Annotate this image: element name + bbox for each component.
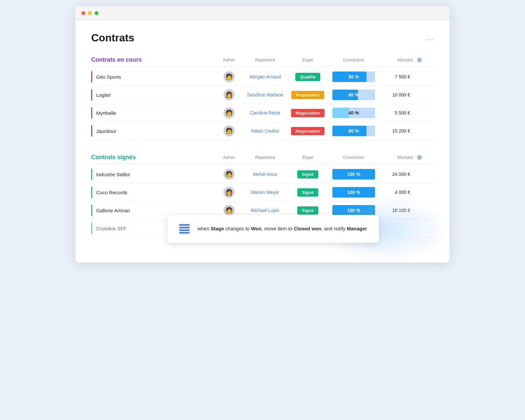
conclusion-cell: 80 % bbox=[327, 126, 380, 136]
etape-badge: Qualifié bbox=[295, 73, 320, 81]
tooltip-closed-won: Closed won bbox=[294, 226, 321, 231]
repertoire-cell[interactable]: Mehdi Atour bbox=[242, 172, 288, 177]
conclusion-cell: 60 % bbox=[327, 90, 380, 100]
progress-bar: 100 % bbox=[332, 205, 375, 216]
icon-line bbox=[179, 224, 190, 226]
col-repertoire-header-s: Répertoire bbox=[242, 155, 288, 160]
col-montant-header: Montant bbox=[380, 57, 413, 62]
table-row: Industrie Saillot 🧑 Mehdi Atour Signé 10… bbox=[91, 165, 434, 183]
avatar: 🧑 bbox=[223, 71, 235, 82]
company-name: Myrthelle bbox=[91, 107, 216, 118]
icon-line bbox=[179, 229, 190, 231]
avatar: 🧑 bbox=[223, 169, 235, 180]
etape-cell: Négociation bbox=[288, 109, 327, 117]
company-name: Gallerie Artman bbox=[91, 205, 216, 216]
etape-cell: Négociation bbox=[288, 127, 327, 135]
progress-bar: 80 % bbox=[332, 126, 375, 136]
repertoire-cell[interactable]: Caroline Petiot bbox=[242, 110, 288, 116]
company-name: Industrie Saillot bbox=[91, 169, 216, 180]
company-name: Logitel bbox=[91, 89, 216, 100]
avatar: 🧑 bbox=[223, 125, 235, 136]
section-signes-title: Contrats signés bbox=[91, 154, 216, 161]
add-signes-button[interactable]: ⊕ bbox=[413, 153, 426, 161]
progress-text: 100 % bbox=[347, 208, 360, 213]
progress-bar: 100 % bbox=[332, 169, 375, 179]
col-etape-header: Étape bbox=[288, 57, 327, 62]
avatar: 🧑 bbox=[223, 205, 235, 216]
etape-cell: Qualifié bbox=[288, 73, 327, 81]
automation-text: when Stage changes to Won, move item to … bbox=[198, 225, 367, 233]
minimize-dot bbox=[88, 11, 92, 15]
admin-cell: 👩 bbox=[216, 89, 242, 100]
etape-badge: Signé bbox=[297, 206, 318, 215]
montant-cell: 10 000 € bbox=[380, 92, 413, 97]
col-montant-header-s: Montant bbox=[380, 155, 413, 160]
col-conclusion-header: Conclusion bbox=[327, 57, 380, 62]
page-header: Contrats ... bbox=[91, 32, 434, 44]
montant-cell: 18 100 € bbox=[380, 208, 413, 213]
automation-tooltip: when Stage changes to Won, move item to … bbox=[167, 215, 379, 243]
montant-cell: 5 500 € bbox=[380, 110, 413, 116]
icon-line bbox=[179, 232, 190, 234]
table-row: Logitel 👩 Sandrine Attelane Proposition … bbox=[91, 86, 434, 104]
etape-badge: Négociation bbox=[291, 127, 325, 135]
conclusion-cell: 100 % bbox=[327, 205, 380, 216]
progress-text: 80 % bbox=[348, 128, 359, 134]
section-en-cours-header: Contrats en cours Admin Répertoire Étape… bbox=[91, 56, 434, 67]
company-name: Jaunitour bbox=[91, 125, 216, 136]
conclusion-cell: 100 % bbox=[327, 187, 380, 198]
automation-icon bbox=[179, 224, 190, 234]
etape-cell: Signé bbox=[288, 170, 327, 178]
progress-text: 60 % bbox=[348, 92, 359, 97]
repertoire-cell[interactable]: Sandrine Attelane bbox=[242, 92, 288, 97]
icon-line bbox=[179, 227, 190, 228]
company-name: Géo Sports bbox=[91, 71, 216, 82]
more-options-button[interactable]: ... bbox=[426, 34, 434, 42]
progress-bar: 80 % bbox=[332, 72, 375, 82]
admin-cell: 🧑 bbox=[216, 71, 242, 82]
etape-badge: Signé bbox=[297, 170, 318, 178]
repertoire-cell[interactable]: Morgan Arnaud bbox=[242, 74, 288, 79]
avatar: 🧑 bbox=[223, 107, 235, 118]
progress-bar: 40 % bbox=[332, 108, 375, 118]
tooltip-manager: Manager bbox=[347, 226, 367, 231]
repertoire-cell[interactable]: Michael Lupin bbox=[242, 208, 288, 213]
section-en-cours-title: Contrats en cours bbox=[91, 56, 216, 63]
admin-cell: 🧑 bbox=[216, 125, 242, 136]
montant-cell: 4 000 € bbox=[380, 190, 413, 195]
col-admin-header-s: Admin bbox=[216, 155, 242, 160]
progress-fill bbox=[332, 108, 349, 118]
add-en-cours-button[interactable]: ⊕ bbox=[413, 56, 426, 64]
montant-cell: 24 000 € bbox=[380, 172, 413, 177]
etape-badge: Proposition bbox=[291, 91, 324, 99]
repertoire-cell[interactable]: Marion Meyer bbox=[242, 190, 288, 195]
section-signes-header: Contrats signés Admin Répertoire Étape C… bbox=[91, 153, 434, 164]
progress-bar: 100 % bbox=[332, 187, 375, 198]
table-row: Myrthelle 🧑 Caroline Petiot Négociation … bbox=[91, 104, 434, 122]
col-admin-header: Admin bbox=[216, 57, 242, 62]
admin-cell: 👩 bbox=[216, 187, 242, 198]
avatar: 👩 bbox=[223, 187, 235, 198]
progress-bar: 60 % bbox=[332, 90, 375, 100]
etape-cell: Proposition bbox=[288, 91, 327, 99]
etape-cell: Signé bbox=[288, 206, 327, 215]
col-repertoire-header: Répertoire bbox=[242, 57, 288, 62]
page-title: Contrats bbox=[91, 32, 135, 44]
etape-badge: Négociation bbox=[291, 109, 325, 117]
tooltip-won: Won bbox=[251, 226, 262, 231]
col-etape-header-s: Étape bbox=[288, 155, 327, 160]
progress-text: 100 % bbox=[347, 172, 360, 177]
table-row: Géo Sports 🧑 Morgan Arnaud Qualifié 80 %… bbox=[91, 68, 434, 86]
conclusion-cell: 100 % bbox=[327, 169, 380, 179]
conclusion-cell: 40 % bbox=[327, 108, 380, 118]
table-row: Coco Records 👩 Marion Meyer Signé 100 % … bbox=[91, 183, 434, 201]
progress-text: 100 % bbox=[347, 190, 360, 195]
col-conclusion-header-s: Conclusion bbox=[327, 155, 380, 160]
montant-cell: 15 200 € bbox=[380, 128, 413, 134]
repertoire-cell[interactable]: Natan Coulon bbox=[242, 128, 288, 134]
admin-cell: 🧑 bbox=[216, 169, 242, 180]
conclusion-cell: 80 % bbox=[327, 72, 380, 82]
admin-cell: 🧑 bbox=[216, 205, 242, 216]
close-dot bbox=[81, 11, 85, 15]
title-bar bbox=[75, 7, 450, 20]
